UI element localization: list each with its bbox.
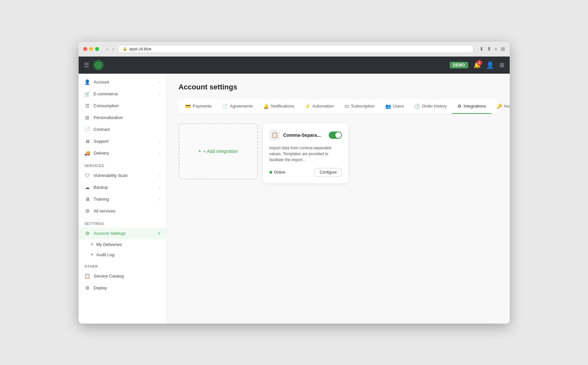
sidebar-item-consumption[interactable]: ☰ Consumption (79, 100, 166, 112)
subscription-tab-icon: 🗃 (345, 104, 349, 109)
sidebar-sub-item-deliveries[interactable]: My Deliveries (79, 239, 166, 250)
sidebar-item-account[interactable]: 👤 Account › (79, 76, 166, 88)
sidebar-sub-item-audit[interactable]: Audit Log (79, 250, 166, 260)
address-bar[interactable]: 🔒 apps.zit.blue (118, 45, 473, 53)
sidebar-item-allservices[interactable]: ⚙ All services (79, 205, 166, 217)
toggle-knob (335, 132, 341, 138)
sidebar-label-ecommerce: E-commerce (94, 91, 118, 96)
sidebar-item-backup[interactable]: ☁ Backup › (79, 182, 166, 193)
share-icon[interactable]: ⬆ (487, 46, 491, 52)
minimize-traffic-light[interactable] (89, 47, 93, 51)
tab-users-label: Users (393, 104, 404, 109)
sidebar-item-delivery[interactable]: 🚚 Delivery › (79, 147, 166, 159)
notifications-tab-icon: 🔔 (263, 104, 269, 109)
top-nav-left: ☰ (84, 60, 104, 70)
consumption-icon: ☰ (85, 103, 90, 109)
support-icon: 🖥 (85, 138, 90, 144)
vulnerability-icon: 🛡 (85, 173, 90, 179)
lock-icon: 🔒 (123, 47, 127, 51)
browser-actions: ⬇ ⬆ + ⊞ (479, 46, 505, 52)
body-layout: 👤 Account › 🛒 E-commerce › ☰ Consumpti (79, 74, 510, 324)
forward-button[interactable]: › (111, 46, 115, 52)
tab-order-history-label: Order history (422, 104, 447, 109)
integration-description: Import data from comma-separated values.… (269, 145, 342, 163)
chevron-right-icon: › (159, 80, 161, 84)
sidebar-item-personalization[interactable]: ⊞ Personalization (79, 112, 166, 124)
sidebar-item-contract[interactable]: 📄 Contract (79, 124, 166, 135)
plus-icon: + (198, 148, 201, 154)
tab-agreements[interactable]: 📄 Agreements (217, 99, 258, 114)
sidebar-sub-label-audit: Audit Log (96, 252, 115, 257)
sidebar-item-training[interactable]: 🖥 Training › (79, 193, 166, 205)
integration-file-icon: 📋 (269, 130, 280, 140)
tab-payments[interactable]: 💳 Payments (180, 99, 217, 114)
layout-button[interactable]: ⊞ (499, 61, 504, 69)
delivery-icon: 🚚 (85, 150, 90, 156)
browser-chrome: ‹ › 🔒 apps.zit.blue ⬇ ⬆ + ⊞ (79, 42, 510, 57)
integration-toggle[interactable] (329, 132, 342, 139)
allservices-icon: ⚙ (85, 208, 90, 214)
sidebar-label-contract: Contract (94, 127, 110, 132)
app-logo (93, 60, 104, 70)
tab-subscription-label: Subscription (351, 104, 375, 109)
tabs-bar: 💳 Payments 📄 Agreements 🔔 Notifications … (179, 99, 498, 114)
notifications-button[interactable]: 🔔 2 (473, 61, 481, 69)
sidebar-label-delivery: Delivery (94, 151, 109, 156)
sidebar-item-support[interactable]: 🖥 Support › (79, 135, 166, 147)
tab-order-history[interactable]: 🕒 Order history (409, 99, 452, 114)
tab-notifications[interactable]: 🔔 Notifications (258, 99, 299, 114)
add-integration-card[interactable]: + + Add integration (179, 123, 258, 179)
integration-name: Comma-Separa... (283, 133, 321, 138)
sidebar-item-service-catalog[interactable]: 📋 Service Catalog (79, 270, 166, 282)
tab-subscription[interactable]: 🗃 Subscription (339, 99, 380, 114)
sidebar-item-vulnerability[interactable]: 🛡 Vulnerability Scan › (79, 170, 166, 182)
status-dot-icon (269, 171, 272, 174)
integration-detail-card: 📋 Comma-Separa... Import data from comma… (263, 123, 348, 183)
demo-badge: DEMO (450, 62, 468, 68)
sidebar-label-vulnerability: Vulnerability Scan (94, 173, 128, 178)
sidebar-label-training: Training (94, 197, 109, 202)
notification-count: 2 (477, 60, 482, 65)
traffic-lights (83, 47, 99, 51)
integration-card-header: 📋 Comma-Separa... (269, 130, 342, 140)
tab-integrations-label: Integrations (464, 104, 486, 109)
new-tab-icon[interactable]: + (495, 46, 498, 52)
tab-agreements-label: Agreements (230, 104, 253, 109)
chevron-right-icon: › (159, 92, 161, 96)
hamburger-button[interactable]: ☰ (84, 61, 89, 69)
tab-integrations[interactable]: ⚙ Integrations (452, 99, 491, 114)
account-icon: 👤 (85, 79, 90, 85)
app-container: ☰ DEMO 🔔 2 👤 ⊞ (79, 57, 510, 324)
order-history-tab-icon: 🕒 (414, 104, 420, 109)
tab-users[interactable]: 👥 Users (380, 99, 409, 114)
sidebar-label-backup: Backup (94, 185, 108, 190)
sidebar-item-deploy[interactable]: ⚙ Deploy (79, 282, 166, 294)
access-tokens-tab-icon: 🔑 (497, 104, 502, 109)
browser-window: ‹ › 🔒 apps.zit.blue ⬇ ⬆ + ⊞ ☰ (79, 42, 510, 324)
sub-dot-icon (91, 254, 93, 256)
close-traffic-light[interactable] (83, 47, 87, 51)
integrations-tab-icon: ⚙ (457, 104, 462, 109)
add-integration-label: + Add integration (203, 149, 238, 154)
ecommerce-icon: 🛒 (85, 91, 90, 97)
tab-automation[interactable]: ⚡ Automation (299, 99, 339, 114)
tab-access-tokens[interactable]: 🔑 Access tokens (491, 99, 510, 114)
download-icon[interactable]: ⬇ (479, 46, 484, 52)
chevron-right-icon: › (159, 197, 161, 201)
sidebar-item-account-settings[interactable]: ⚙ Account Settings ∨ (79, 228, 166, 239)
sidebar-toggle-icon[interactable]: ⊞ (501, 46, 505, 52)
sidebar-item-ecommerce[interactable]: 🛒 E-commerce › (79, 88, 166, 100)
maximize-traffic-light[interactable] (95, 47, 99, 51)
account-settings-icon: ⚙ (85, 231, 90, 236)
url-text: apps.zit.blue (129, 47, 151, 51)
chevron-right-icon: › (159, 139, 161, 143)
configure-button[interactable]: Configure (315, 168, 342, 177)
back-button[interactable]: ‹ (105, 46, 109, 52)
sidebar-label-deploy: Deploy (94, 285, 107, 290)
tab-automation-label: Automation (312, 104, 334, 109)
payments-tab-icon: 💳 (185, 104, 191, 109)
chevron-right-icon: › (159, 174, 161, 178)
top-nav-right: DEMO 🔔 2 👤 ⊞ (450, 61, 504, 69)
service-catalog-icon: 📋 (85, 273, 90, 279)
avatar-button[interactable]: 👤 (486, 61, 494, 69)
